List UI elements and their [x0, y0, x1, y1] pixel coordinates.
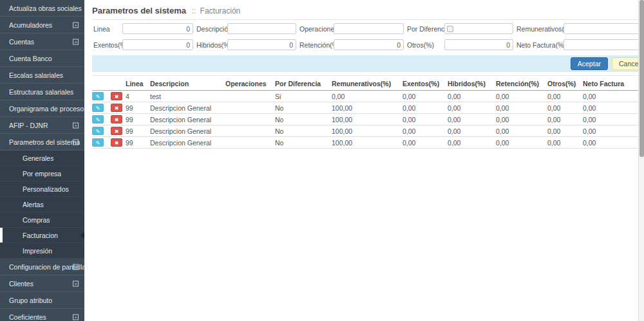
form-row-2: Exentos(%) Hibridos(%) Retención(%) Otro…: [92, 39, 644, 50]
cell-remunerativos: 100,00: [332, 102, 402, 114]
hibridos-input[interactable]: [227, 39, 296, 50]
cell-actions: ✎: [92, 125, 111, 137]
sidebar-item-grupo-atributo[interactable]: Grupo atributo: [0, 292, 84, 309]
sidebar-item-label: Escalas salariales: [9, 71, 63, 79]
field-neto-factura: Neto Factura(%): [515, 39, 644, 50]
sidebar-item-cuenta-banco[interactable]: Cuenta Banco: [0, 50, 84, 67]
sidebar-item-por-empresa[interactable]: Por empresa: [0, 166, 84, 181]
cell-exentos: 0,00: [402, 137, 448, 149]
edit-row-button[interactable]: ✎: [92, 115, 104, 124]
expand-icon[interactable]: +: [73, 264, 79, 270]
table-header-neto-factura: Neto Factura: [583, 76, 644, 91]
delete-x-icon: ✖: [115, 129, 119, 134]
delete-x-icon: ✖: [115, 105, 119, 111]
edit-row-button[interactable]: ✎: [92, 92, 104, 100]
pencil-icon: ✎: [96, 129, 100, 134]
sidebar-item-actualiza-obras-sociales[interactable]: Actualiza obras sociales: [0, 0, 84, 17]
expand-icon[interactable]: +: [73, 39, 79, 44]
operaciones-input[interactable]: [334, 23, 404, 34]
sidebar-item-label: Alertas: [23, 201, 44, 208]
cell-neto-factura: 0,00: [583, 91, 644, 102]
cell-por-diferencia: No: [275, 137, 332, 149]
expand-icon[interactable]: +: [73, 22, 79, 28]
sidebar-item-compras[interactable]: Compras: [0, 212, 84, 228]
cell-remunerativos: 100,00: [332, 125, 402, 137]
expand-icon[interactable]: +: [73, 122, 79, 128]
sidebar-item-label: Cuenta Banco: [9, 55, 52, 62]
sidebar-item-cuentas[interactable]: Cuentas +: [0, 33, 84, 50]
por-diferencia-checkbox[interactable]: [447, 26, 453, 32]
linea-label: Linea: [92, 25, 122, 33]
descripcion-input[interactable]: [227, 23, 296, 34]
delete-row-button[interactable]: ✖: [111, 104, 122, 112]
neto-factura-input[interactable]: [564, 39, 644, 50]
delete-row-button[interactable]: ✖: [111, 138, 122, 147]
retencion-label: Retención(%): [298, 41, 334, 49]
expand-icon[interactable]: +: [73, 314, 79, 320]
remunerativos-label: Remunerativos(%): [515, 25, 564, 33]
sidebar-item-coeficientes[interactable]: Coeficientes +: [0, 309, 84, 321]
cell-actions: ✖: [111, 125, 126, 137]
edit-row-button[interactable]: ✎: [92, 104, 104, 112]
table-header-hibridos: Hibridos(%): [448, 76, 496, 91]
exentos-input[interactable]: [122, 39, 193, 50]
remunerativos-input[interactable]: [564, 23, 644, 34]
sidebar-item-facturacion-active[interactable]: Facturacion: [0, 228, 84, 243]
cell-linea: 99: [126, 125, 150, 137]
sidebar-item-escalas-salariales[interactable]: Escalas salariales: [0, 67, 84, 84]
page-header: Parametros del sistema :: Facturación: [92, 0, 644, 20]
vertical-scrollbar-track[interactable]: [638, 0, 644, 321]
cell-actions: ✎: [92, 91, 111, 102]
delete-row-button[interactable]: ✖: [111, 92, 122, 100]
operaciones-label: Operaciones: [298, 25, 334, 33]
sidebar-item-label: Por empresa: [23, 170, 61, 178]
cell-neto-factura: 0,00: [583, 102, 644, 114]
neto-factura-label: Neto Factura(%): [515, 41, 564, 49]
sidebar-item-estructuras-salariales[interactable]: Estructuras salariales: [0, 84, 84, 100]
cell-retencion: 0,00: [496, 137, 547, 149]
pencil-icon: ✎: [96, 140, 100, 146]
cell-remunerativos: 0,00: [332, 91, 402, 102]
app-window: Actualiza obras sociales Acumuladores + …: [0, 0, 644, 321]
sidebar-item-afip-djnr[interactable]: AFIP - DJNR +: [0, 117, 84, 134]
cell-operaciones: [225, 114, 275, 125]
edit-row-button[interactable]: ✎: [92, 138, 104, 147]
sidebar-item-impresion[interactable]: Impresión: [0, 243, 84, 259]
table-header-row: Linea Descripcion Operaciones Por Difere…: [92, 76, 644, 91]
sidebar-item-clientes[interactable]: Clientes +: [0, 275, 84, 292]
cell-exentos: 0,00: [402, 102, 448, 114]
sidebar-item-alertas[interactable]: Alertas: [0, 197, 84, 212]
cell-descripcion: test: [150, 91, 225, 102]
edit-row-button[interactable]: ✎: [92, 127, 104, 135]
otros-input[interactable]: [444, 39, 513, 50]
cell-hibridos: 0,00: [448, 91, 496, 102]
sidebar-item-parametros-del-sistema[interactable]: Parametros del sistema −: [0, 134, 84, 151]
sidebar-item-label: Acumuladores: [9, 21, 52, 29]
sidebar-item-acumuladores[interactable]: Acumuladores +: [0, 17, 84, 33]
sidebar: Actualiza obras sociales Acumuladores + …: [0, 0, 84, 321]
table-row: ✎ ✖ 99 Descripcion General No 100,00 0,0…: [92, 114, 644, 125]
accept-button[interactable]: Aceptar: [571, 57, 608, 70]
sidebar-item-label: Facturacion: [23, 232, 58, 239]
cell-otros: 0,00: [547, 91, 583, 102]
sidebar-item-organigrama-de-procesos[interactable]: Organigrama de procesos: [0, 100, 84, 117]
sidebar-item-personalizados[interactable]: Personalizados: [0, 181, 84, 197]
delete-row-button[interactable]: ✖: [111, 127, 122, 135]
delete-x-icon: ✖: [115, 94, 119, 100]
linea-input[interactable]: [122, 23, 193, 34]
sidebar-item-label: Impresión: [23, 247, 52, 255]
collapse-icon[interactable]: −: [73, 139, 79, 145]
sidebar-item-generales[interactable]: Generales: [0, 151, 84, 166]
vertical-scrollbar-thumb[interactable]: [639, 0, 644, 157]
retencion-input[interactable]: [334, 39, 404, 50]
cell-operaciones: [225, 137, 275, 149]
cell-hibridos: 0,00: [448, 102, 496, 114]
main-content: Parametros del sistema :: Facturación Li…: [84, 0, 644, 321]
cell-exentos: 0,00: [402, 114, 448, 125]
cell-otros: 0,00: [547, 102, 583, 114]
delete-row-button[interactable]: ✖: [111, 115, 122, 124]
cell-actions: ✎: [92, 114, 111, 125]
sidebar-item-configuracion-de-pantallas[interactable]: Configuracion de pantallas +: [0, 259, 84, 275]
expand-icon[interactable]: +: [73, 280, 79, 286]
sidebar-item-label: Clientes: [9, 280, 33, 288]
